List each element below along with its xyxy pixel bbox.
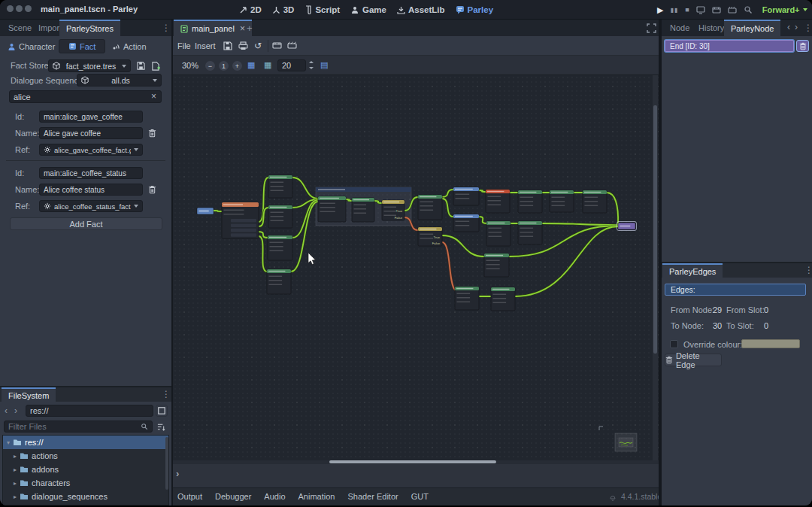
graph-node-b1[interactable] [453,187,479,205]
graph-edge[interactable] [214,211,222,211]
fact-ref-select[interactable]: alice_gave_coffee_fact.g [39,144,143,156]
nav-back-icon[interactable]: ‹ [5,405,8,416]
remote-device-icon[interactable] [696,6,705,14]
close-icon[interactable]: × [240,23,245,34]
graph-node-end[interactable] [617,222,637,231]
tab-parley-stores[interactable]: ParleyStores [59,20,120,36]
movie-maker-icon[interactable] [712,6,721,14]
bottom-panel-debugger[interactable]: Debugger [215,492,251,501]
graph-node-d14[interactable] [455,287,479,310]
graph-node-d11[interactable] [486,221,511,246]
distraction-free-icon[interactable] [647,23,656,33]
tabs-prev-icon[interactable]: ‹ [787,22,790,32]
tree-scrollbar[interactable] [165,437,168,490]
tab-parley-edges[interactable]: ParleyEdges [662,263,723,278]
zoom-out-button[interactable]: − [205,61,215,71]
graph-edge[interactable] [479,190,486,192]
spin-up-icon[interactable] [309,61,314,63]
pause-button[interactable]: ▮▮ [670,7,678,14]
character-store-button[interactable]: Character [8,40,55,53]
search-gear-icon[interactable] [744,5,753,14]
split-view-button[interactable] [156,405,168,417]
save-fact-store-button[interactable] [135,59,147,72]
graph-node-match[interactable] [222,202,259,238]
notification-bell-icon[interactable] [609,493,617,501]
expand-icon[interactable]: ▸ [14,453,17,460]
graph-node-start[interactable] [197,208,214,214]
selected-node-bar[interactable]: End [ID: 30] [665,40,794,52]
window-close-button[interactable] [7,5,14,12]
stop-button[interactable]: ■ [685,6,689,14]
graph-node-c2[interactable]: TrueFalse [418,227,442,246]
graph-edge[interactable] [442,242,455,290]
fact-id-field[interactable]: main:alice_gave_coffee [39,111,143,123]
fact-search-input[interactable] [9,90,162,103]
fact-id-field[interactable]: main:alice_coffee_status [39,167,143,179]
tree-item-addons[interactable]: ▸ addons [3,463,168,476]
graph-node-d2[interactable] [268,205,292,228]
delete-edge-button[interactable]: Delete Edge [665,354,722,366]
fact-name-field[interactable]: Alice gave coffee [39,127,143,139]
filter-files-input[interactable] [4,420,153,433]
collapse-icon[interactable]: ▾ [7,439,10,446]
window-zoom-button[interactable] [25,5,32,12]
graph-node-d5[interactable] [318,196,346,222]
override-colour-swatch[interactable] [741,339,800,348]
graph-edge[interactable] [442,199,453,217]
expand-bottom-panel-icon[interactable]: › [176,468,179,479]
expand-icon[interactable]: ▸ [14,466,17,473]
bottom-panel-output[interactable]: Output [177,492,202,501]
graph-node-d12[interactable] [518,221,542,244]
graph-node-d15[interactable] [491,287,515,311]
workspace-game-button[interactable]: Game [350,5,386,14]
filesystem-menu-icon[interactable]: ⋮ [162,389,171,399]
right-divider[interactable] [659,20,662,505]
new-tab-button[interactable]: + [247,23,253,34]
graph-node-d4[interactable] [267,269,291,294]
filesystem-path-input[interactable] [26,405,153,417]
graph-node-b2[interactable] [453,214,479,232]
graph-node-a1[interactable] [486,190,510,213]
graph-edge[interactable] [479,217,486,223]
workspace-2d-button[interactable]: 2D [239,5,262,14]
graph-edge[interactable] [292,178,318,199]
graph-node-d8[interactable] [518,190,542,213]
action-store-button[interactable]: Action [111,40,147,53]
fact-store-button[interactable]: Fact [59,39,105,53]
grid-toggle-icon[interactable]: ▦ [264,61,271,69]
workspace-3d-button[interactable]: 3D [272,5,295,14]
graph-edge[interactable] [442,190,453,197]
v-scrollbar-thumb[interactable] [653,105,657,354]
fact-store-select[interactable]: fact_store.tres [48,59,131,72]
graph-node-d13[interactable] [484,254,509,277]
graph-node-d7[interactable] [418,195,442,220]
tree-item-characters[interactable]: ▸ characters [3,476,168,490]
fact-name-field[interactable]: Alice coffee status [39,184,143,196]
record-dialogue-button[interactable] [272,41,282,50]
zoom-in-button[interactable]: + [232,61,242,71]
renderer-select[interactable]: Forward+ [762,5,807,14]
bottom-panel-gut[interactable]: GUT [411,492,429,501]
graph-node-d10[interactable] [583,190,607,213]
graph-edge[interactable] [259,208,268,226]
fact-ref-select[interactable]: alice_coffee_status_fact. [39,200,143,212]
delete-fact-button[interactable] [145,126,159,140]
graph-node-c1[interactable]: TrueFalse [382,200,404,220]
new-fact-store-button[interactable] [150,59,162,72]
bottom-panel-animation[interactable]: Animation [298,492,335,501]
left-dock-menu-icon[interactable]: ⋮ [162,23,171,33]
bottom-panel-audio[interactable]: Audio [264,492,285,501]
minimap-toggle-icon[interactable]: ▤ [320,61,328,69]
clear-search-icon[interactable]: × [151,91,156,102]
graph-node-d9[interactable] [550,190,574,212]
workspace-parley-button[interactable]: Parley [456,5,494,14]
nav-forward-icon[interactable]: › [14,405,17,416]
graph-minimap[interactable] [615,433,637,451]
tabs-next-icon[interactable]: › [795,22,798,32]
override-colour-checkbox[interactable] [670,340,678,348]
save-button[interactable] [223,41,232,50]
test-dialogue-button[interactable] [287,41,297,50]
workspace-script-button[interactable]: Script [304,5,340,14]
snap-toggle-icon[interactable]: ▦ [247,61,255,69]
graph-node-d1[interactable] [268,175,292,198]
